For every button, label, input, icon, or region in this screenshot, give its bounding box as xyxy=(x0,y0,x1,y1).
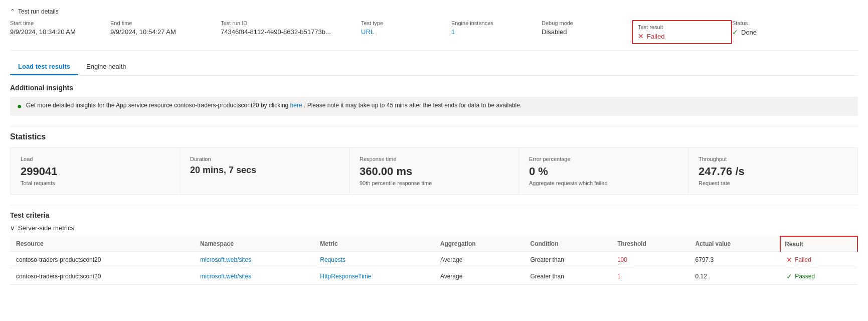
row2-resource: contoso-traders-productscont20 xyxy=(10,268,194,285)
stat-throughput-value: 247.76 /s xyxy=(699,165,847,178)
stat-load-sub: Total requests xyxy=(21,180,169,186)
criteria-section: Test criteria ∨ Server-side metrics Reso… xyxy=(10,211,858,285)
row1-aggregation: Average xyxy=(434,252,525,268)
row2-aggregation: Average xyxy=(434,268,525,285)
status-badge: ✓ Done xyxy=(732,28,802,36)
criteria-title: Test criteria xyxy=(10,211,858,219)
row1-actual: 6797.3 xyxy=(689,252,781,268)
row1-resource: contoso-traders-productscont20 xyxy=(10,252,194,268)
col-condition: Condition xyxy=(525,236,611,252)
stat-error-value: 0 % xyxy=(529,165,678,178)
criteria-table-body: contoso-traders-productscont20 microsoft… xyxy=(10,252,857,285)
tab-engine-health[interactable]: Engine health xyxy=(78,59,134,75)
test-run-header: ⌃ Test run details Start time 9/9/2024, … xyxy=(10,8,858,51)
insights-banner: ● Get more detailed insights for the App… xyxy=(10,97,858,116)
row2-result: ✓ Passed xyxy=(780,268,857,285)
row1-metric[interactable]: Requests xyxy=(314,252,434,268)
stat-load-label: Load xyxy=(21,156,169,162)
stat-error-sub: Aggregate requests which failed xyxy=(529,180,678,186)
test-result-col: Test result ✕ Failed xyxy=(632,20,732,44)
row1-threshold: 100 xyxy=(611,252,689,268)
failed-x-icon: ✕ xyxy=(786,256,792,264)
table-row: contoso-traders-productscont20 microsoft… xyxy=(10,252,857,268)
test-run-id-col: Test run ID 74346f84-8112-4e90-8632-b517… xyxy=(221,20,361,44)
engine-instances-value[interactable]: 1 xyxy=(451,28,532,36)
done-icon: ✓ xyxy=(732,28,738,36)
stat-throughput-label: Throughput xyxy=(699,156,847,162)
row2-condition: Greater than xyxy=(525,268,611,285)
end-time-col: End time 9/9/2024, 10:54:27 AM xyxy=(110,20,221,44)
table-row: contoso-traders-productscont20 microsoft… xyxy=(10,268,857,285)
test-run-id-value: 74346f84-8112-4e90-8632-b51773b... xyxy=(221,28,351,36)
test-run-title: ⌃ Test run details xyxy=(10,8,858,15)
col-metric: Metric xyxy=(314,236,434,252)
status-label: Status xyxy=(732,20,802,26)
debug-mode-label: Debug mode xyxy=(542,20,622,26)
status-col: Status ✓ Done xyxy=(732,20,812,44)
debug-mode-value: Disabled xyxy=(542,28,622,36)
stat-error-label: Error percentage xyxy=(529,156,678,162)
statistics-title: Statistics xyxy=(10,132,858,141)
stat-response-value: 360.00 ms xyxy=(360,165,508,178)
page-title: Test run details xyxy=(18,8,59,15)
debug-mode-col: Debug mode Disabled xyxy=(542,20,632,44)
tab-load-test-results[interactable]: Load test results xyxy=(10,59,78,75)
col-result: Result xyxy=(780,236,857,252)
passed-check-icon: ✓ xyxy=(786,272,792,280)
stat-response-sub: 90th percentile response time xyxy=(360,180,508,186)
row1-namespace[interactable]: microsoft.web/sites xyxy=(194,252,314,268)
engine-instances-label: Engine instances xyxy=(451,20,532,26)
test-result-badge: ✕ Failed xyxy=(638,32,726,40)
tabs-container: Load test results Engine health xyxy=(10,59,858,76)
divider-1 xyxy=(10,126,858,126)
server-side-label: Server-side metrics xyxy=(18,224,74,232)
server-side-metrics-header[interactable]: ∨ Server-side metrics xyxy=(10,224,858,232)
start-time-col: Start time 9/9/2024, 10:34:20 AM xyxy=(10,20,110,44)
col-namespace: Namespace xyxy=(194,236,314,252)
result-passed-badge: ✓ Passed xyxy=(786,272,851,280)
insights-title: Additional insights xyxy=(10,84,858,92)
stat-throughput-sub: Request rate xyxy=(699,180,847,186)
col-resource: Resource xyxy=(10,236,194,252)
start-time-label: Start time xyxy=(10,20,100,26)
test-result-label: Test result xyxy=(638,24,726,30)
test-run-id-label: Test run ID xyxy=(221,20,351,26)
test-type-col: Test type URL xyxy=(361,20,451,44)
status-value: Done xyxy=(741,29,757,36)
row2-threshold: 1 xyxy=(611,268,689,285)
details-grid: Start time 9/9/2024, 10:34:20 AM End tim… xyxy=(10,20,858,51)
row2-actual: 0.12 xyxy=(689,268,781,285)
col-actual-value: Actual value xyxy=(689,236,781,252)
row2-metric[interactable]: HttpResponseTime xyxy=(314,268,434,285)
test-result-value: Failed xyxy=(647,33,664,40)
row1-result: ✕ Failed xyxy=(780,252,857,268)
insights-check-icon: ● xyxy=(17,102,22,111)
end-time-label: End time xyxy=(110,20,211,26)
result-failed-badge: ✕ Failed xyxy=(786,256,851,264)
row2-namespace[interactable]: microsoft.web/sites xyxy=(194,268,314,285)
stat-response-label: Response time xyxy=(360,156,508,162)
insights-message: Get more detailed insights for the App s… xyxy=(26,102,522,109)
criteria-table: Resource Namespace Metric Aggregation Co… xyxy=(10,236,858,285)
stat-error-pct: Error percentage 0 % Aggregate requests … xyxy=(519,148,688,194)
row1-condition: Greater than xyxy=(525,252,611,268)
test-type-value[interactable]: URL xyxy=(361,28,441,36)
end-time-value: 9/9/2024, 10:54:27 AM xyxy=(110,28,211,36)
failed-label: Failed xyxy=(795,256,811,263)
chevron-up-icon[interactable]: ⌃ xyxy=(10,8,15,15)
insights-link[interactable]: here xyxy=(290,102,302,109)
engine-instances-col: Engine instances 1 xyxy=(451,20,542,44)
stat-response-time: Response time 360.00 ms 90th percentile … xyxy=(350,148,519,194)
statistics-section: Statistics Load 299041 Total requests Du… xyxy=(10,132,858,195)
page-container: ⌃ Test run details Start time 9/9/2024, … xyxy=(0,0,868,303)
col-threshold: Threshold xyxy=(611,236,689,252)
stats-grid: Load 299041 Total requests Duration 20 m… xyxy=(10,147,858,195)
insights-section: Additional insights ● Get more detailed … xyxy=(10,84,858,116)
failed-icon: ✕ xyxy=(638,32,644,40)
test-type-label: Test type xyxy=(361,20,441,26)
start-time-value: 9/9/2024, 10:34:20 AM xyxy=(10,28,100,36)
criteria-table-head: Resource Namespace Metric Aggregation Co… xyxy=(10,236,857,252)
criteria-table-header-row: Resource Namespace Metric Aggregation Co… xyxy=(10,236,857,252)
stat-duration: Duration 20 mins, 7 secs xyxy=(180,148,350,194)
stat-throughput: Throughput 247.76 /s Request rate xyxy=(688,148,857,194)
